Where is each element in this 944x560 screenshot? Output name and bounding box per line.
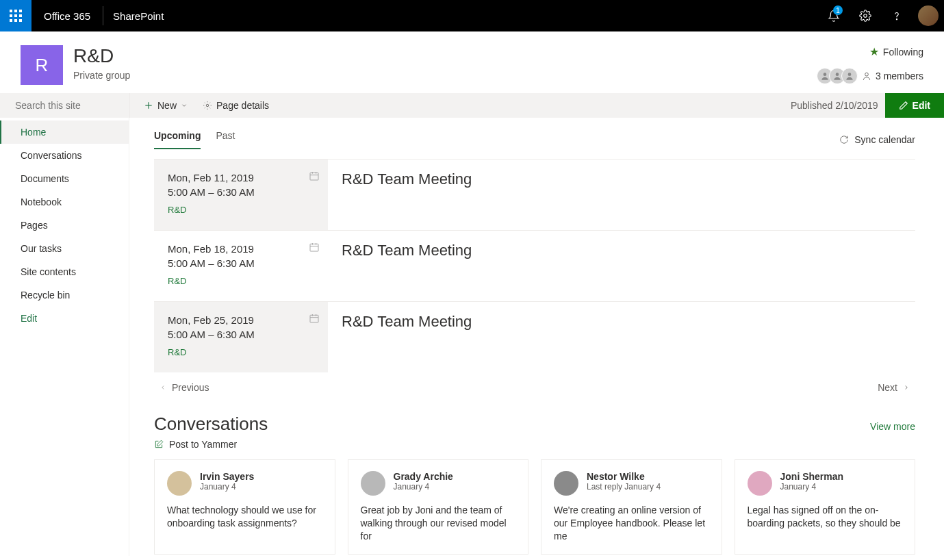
event-row[interactable]: Mon, Feb 25, 20195:00 AM – 6:30 AMR&DR&D… xyxy=(154,301,915,372)
suite-bar: Office 365 SharePoint 1 xyxy=(0,0,944,31)
event-date-cell: Mon, Feb 25, 20195:00 AM – 6:30 AMR&D xyxy=(154,302,328,372)
post-date: January 4 xyxy=(394,482,453,492)
svg-point-4 xyxy=(848,73,852,76)
user-avatar-icon xyxy=(918,5,939,26)
pencil-icon xyxy=(899,101,908,110)
event-time: 5:00 AM – 6:30 AM xyxy=(168,186,314,198)
event-category: R&D xyxy=(168,347,314,357)
event-body: R&D Team Meeting xyxy=(328,160,915,230)
conversation-card[interactable]: Grady ArchieJanuary 4Great job by Joni a… xyxy=(348,459,529,555)
site-subtitle: Private group xyxy=(73,70,130,81)
event-row[interactable]: Mon, Feb 18, 20195:00 AM – 6:30 AMR&DR&D… xyxy=(154,230,915,301)
conversation-card[interactable]: Nestor WilkeLast reply January 4We're cr… xyxy=(541,459,722,555)
search-box[interactable] xyxy=(0,93,129,118)
follow-toggle[interactable]: ★ Following xyxy=(821,45,923,58)
next-button[interactable]: Next xyxy=(878,382,910,393)
gear-icon xyxy=(203,101,212,110)
nav-item-edit[interactable]: Edit xyxy=(0,307,129,330)
post-to-yammer-button[interactable]: Post to Yammer xyxy=(154,439,915,450)
conversation-card[interactable]: Joni ShermanJanuary 4Legal has signed of… xyxy=(735,459,916,555)
sync-icon xyxy=(839,135,849,144)
tab-upcoming[interactable]: Upcoming xyxy=(154,130,201,149)
members-button[interactable]: 3 members xyxy=(821,68,923,84)
nav-item-pages[interactable]: Pages xyxy=(0,214,129,237)
chevron-left-icon xyxy=(160,384,166,391)
account-button[interactable] xyxy=(913,0,944,31)
author-name: Nestor Wilke xyxy=(587,471,661,482)
event-title: R&D Team Meeting xyxy=(342,242,902,259)
nav-item-notebook[interactable]: Notebook xyxy=(0,190,129,214)
view-more-link[interactable]: View more xyxy=(870,421,915,432)
chevron-down-icon xyxy=(181,102,188,109)
conversations-grid: Irvin SayersJanuary 4What technology sho… xyxy=(154,459,915,555)
event-category: R&D xyxy=(168,276,314,286)
search-input[interactable] xyxy=(15,100,135,111)
plus-icon xyxy=(144,101,153,110)
help-button[interactable] xyxy=(881,0,913,31)
event-title: R&D Team Meeting xyxy=(342,313,902,331)
person-icon xyxy=(862,71,871,81)
svg-rect-15 xyxy=(310,244,318,251)
site-title[interactable]: R&D xyxy=(73,45,130,67)
waffle-icon xyxy=(10,10,22,22)
event-row[interactable]: Mon, Feb 11, 20195:00 AM – 6:30 AMR&DR&D… xyxy=(154,159,915,230)
brand-label[interactable]: Office 365 xyxy=(31,6,103,25)
notification-badge: 1 xyxy=(833,5,843,15)
author-avatar xyxy=(748,471,772,496)
post-date: January 4 xyxy=(200,482,254,492)
star-icon: ★ xyxy=(869,45,879,58)
event-category: R&D xyxy=(168,205,314,215)
event-time: 5:00 AM – 6:30 AM xyxy=(168,329,314,340)
svg-point-3 xyxy=(836,73,839,76)
events-list: Mon, Feb 11, 20195:00 AM – 6:30 AMR&DR&D… xyxy=(154,159,915,372)
edit-button[interactable]: Edit xyxy=(885,93,944,118)
post-label: Post to Yammer xyxy=(169,439,237,450)
new-button[interactable]: New xyxy=(144,100,188,111)
site-logo[interactable]: R xyxy=(21,45,63,85)
following-label: Following xyxy=(883,47,923,58)
event-date-cell: Mon, Feb 18, 20195:00 AM – 6:30 AMR&D xyxy=(154,231,328,301)
command-bar: New Page details Published 2/10/2019 Edi… xyxy=(0,93,944,118)
nav-item-documents[interactable]: Documents xyxy=(0,167,129,190)
member-avatars xyxy=(821,68,858,84)
new-label: New xyxy=(157,100,177,111)
question-icon xyxy=(891,10,903,22)
event-date: Mon, Feb 18, 2019 xyxy=(168,243,314,255)
event-body: R&D Team Meeting xyxy=(328,302,915,372)
svg-rect-11 xyxy=(310,173,318,180)
page-details-label: Page details xyxy=(216,100,269,111)
site-header: R R&D Private group ★ Following 3 member… xyxy=(0,31,944,93)
gear-icon xyxy=(859,10,871,22)
event-date: Mon, Feb 11, 2019 xyxy=(168,172,314,183)
nav-item-home[interactable]: Home xyxy=(0,120,129,144)
notifications-button[interactable]: 1 xyxy=(818,0,850,31)
author-name: Joni Sherman xyxy=(780,471,844,482)
previous-button[interactable]: Previous xyxy=(160,382,209,393)
compose-icon xyxy=(154,440,164,449)
svg-point-0 xyxy=(864,14,867,18)
tab-past[interactable]: Past xyxy=(216,130,235,149)
author-name: Irvin Sayers xyxy=(200,471,254,482)
calendar-tabs: UpcomingPast xyxy=(154,130,235,149)
conversation-card[interactable]: Irvin SayersJanuary 4What technology sho… xyxy=(154,459,335,555)
nav-item-recycle-bin[interactable]: Recycle bin xyxy=(0,283,129,307)
svg-point-10 xyxy=(206,104,209,107)
author-name: Grady Archie xyxy=(394,471,453,482)
side-nav: HomeConversationsDocumentsNotebookPagesO… xyxy=(0,118,129,556)
svg-point-1 xyxy=(896,19,897,20)
post-body: What technology should we use for onboar… xyxy=(167,504,322,530)
nav-item-our-tasks[interactable]: Our tasks xyxy=(0,237,129,260)
events-pager: Previous Next xyxy=(154,372,915,413)
app-launcher[interactable] xyxy=(0,0,31,31)
nav-item-conversations[interactable]: Conversations xyxy=(0,144,129,167)
nav-item-site-contents[interactable]: Site contents xyxy=(0,260,129,283)
recurrence-icon xyxy=(309,170,320,181)
app-label[interactable]: SharePoint xyxy=(103,10,173,22)
post-body: We're creating an online version of our … xyxy=(554,504,709,543)
sync-calendar-button[interactable]: Sync calendar xyxy=(839,134,915,145)
recurrence-icon xyxy=(309,313,320,324)
settings-button[interactable] xyxy=(850,0,881,31)
page-details-button[interactable]: Page details xyxy=(203,100,269,111)
chevron-right-icon xyxy=(903,384,910,391)
post-date: January 4 xyxy=(780,482,844,492)
